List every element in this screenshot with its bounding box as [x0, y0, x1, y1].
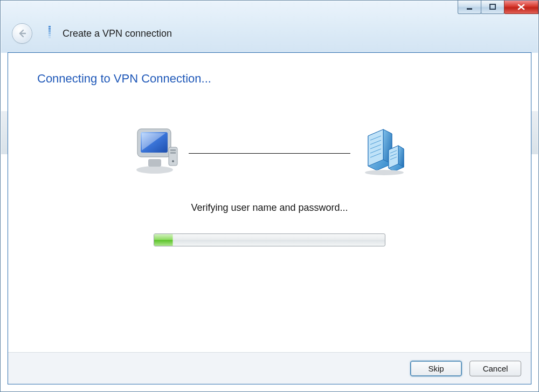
- connection-illustration: [8, 120, 531, 180]
- cancel-button[interactable]: Cancel: [469, 361, 521, 376]
- cancel-button-label: Cancel: [483, 364, 508, 373]
- wizard-window: Create a VPN connection Connecting to VP…: [0, 0, 539, 392]
- server-icon: [354, 124, 413, 176]
- wizard-title: Create a VPN connection: [63, 28, 172, 39]
- connection-line: [189, 153, 350, 154]
- maximize-icon: [489, 3, 496, 11]
- svg-point-9: [136, 166, 173, 174]
- svg-rect-1: [490, 4, 495, 9]
- close-button[interactable]: [504, 1, 538, 14]
- wizard-header: Create a VPN connection: [1, 16, 538, 51]
- minimize-icon: [466, 3, 473, 11]
- svg-rect-7: [49, 37, 51, 38]
- content-panel: Connecting to VPN Connection...: [8, 52, 531, 384]
- svg-rect-15: [170, 152, 176, 154]
- svg-rect-2: [49, 26, 51, 27]
- svg-rect-14: [170, 149, 176, 151]
- computer-icon: [126, 126, 185, 174]
- skip-button-label: Skip: [428, 364, 444, 373]
- back-button[interactable]: [12, 23, 32, 44]
- back-arrow-icon: [17, 28, 27, 39]
- status-text: Verifying user name and password...: [8, 202, 531, 214]
- button-bar: Skip Cancel: [8, 352, 531, 384]
- svg-point-16: [172, 160, 174, 162]
- svg-rect-6: [49, 35, 51, 36]
- svg-rect-4: [49, 30, 51, 32]
- minimize-button[interactable]: [458, 1, 481, 14]
- svg-point-25: [365, 170, 404, 175]
- maximize-button[interactable]: [481, 1, 505, 14]
- network-wizard-icon: [44, 25, 55, 42]
- svg-rect-8: [49, 39, 51, 40]
- window-controls: [458, 1, 538, 15]
- svg-rect-3: [49, 28, 51, 30]
- progress-track: [154, 233, 385, 246]
- progress-bar: [154, 233, 385, 246]
- svg-rect-5: [49, 32, 51, 34]
- svg-rect-10: [148, 159, 161, 167]
- close-icon: [516, 3, 526, 11]
- skip-button[interactable]: Skip: [410, 361, 462, 376]
- progress-fill: [154, 234, 173, 246]
- svg-rect-0: [467, 8, 472, 10]
- page-heading: Connecting to VPN Connection...: [37, 72, 211, 86]
